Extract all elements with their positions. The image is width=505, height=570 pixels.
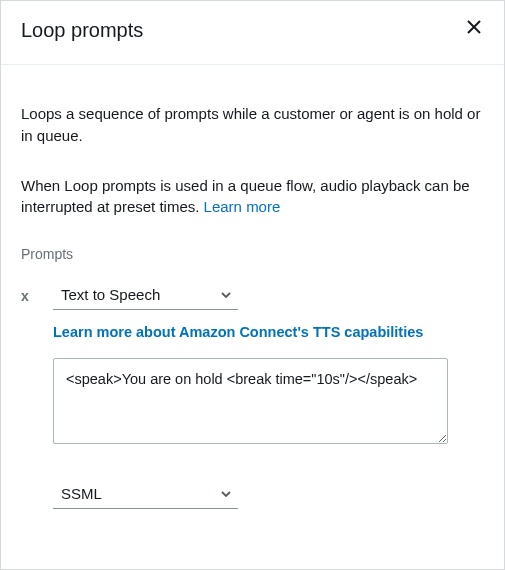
interpret-as-value: SSML (61, 485, 102, 502)
panel-header: Loop prompts (1, 1, 504, 65)
prompt-type-select[interactable]: Text to Speech (53, 282, 238, 310)
interpret-as-select[interactable]: SSML (53, 481, 238, 509)
close-icon (466, 19, 482, 35)
prompt-text-wrap: <speak>You are on hold <break time="10s"… (21, 358, 484, 447)
close-button[interactable] (462, 15, 486, 39)
chevron-down-icon (220, 289, 232, 301)
prompt-text-input[interactable]: <speak>You are on hold <break time="10s"… (53, 358, 448, 444)
tts-link-row: Learn more about Amazon Connect's TTS ca… (21, 324, 484, 340)
loop-prompts-panel: Loop prompts Loops a sequence of prompts… (0, 0, 505, 570)
prompts-section-label: Prompts (21, 246, 484, 262)
description-para-1: Loops a sequence of prompts while a cust… (21, 103, 484, 147)
learn-more-link[interactable]: Learn more (204, 198, 281, 215)
tts-capabilities-link[interactable]: Learn more about Amazon Connect's TTS ca… (53, 324, 423, 340)
chevron-down-icon (220, 488, 232, 500)
prompt-type-value: Text to Speech (61, 286, 160, 303)
description-para-2: When Loop prompts is used in a queue flo… (21, 175, 484, 219)
interpret-as-row: SSML (21, 481, 484, 509)
prompt-type-row: x Text to Speech (21, 282, 484, 310)
remove-prompt-button[interactable]: x (21, 288, 39, 304)
panel-body: Loops a sequence of prompts while a cust… (1, 65, 504, 529)
panel-title: Loop prompts (21, 19, 484, 42)
